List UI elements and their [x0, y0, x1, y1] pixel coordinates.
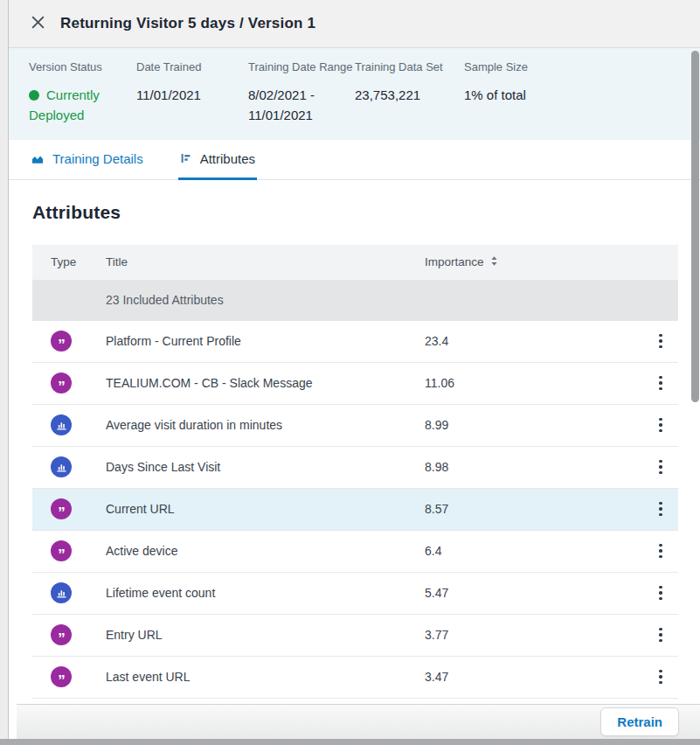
kebab-dot-icon: [659, 597, 662, 601]
summary-field-value: Currently Deployed: [29, 85, 127, 126]
summary-field-label: Training Date Range: [248, 60, 355, 73]
kebab-dot-icon: [659, 681, 662, 685]
row-menu-button[interactable]: [655, 665, 667, 689]
attribute-importance: 6.4: [425, 544, 643, 558]
kebab-dot-icon: [659, 423, 662, 427]
row-menu-button[interactable]: [655, 456, 667, 479]
table-row[interactable]: ” Active device 6.4: [32, 531, 678, 573]
attributes-table: Type Title Importance 23 Included Attrib…: [32, 245, 678, 699]
summary-field-label: Version Status: [29, 60, 136, 73]
tab-label: Attributes: [200, 151, 255, 166]
table-row[interactable]: ” TEALIUM.COM - CB - Slack Message 11.06: [32, 363, 678, 405]
kebab-dot-icon: [659, 460, 662, 463]
table-row[interactable]: ” Average visit duration in minutes 8.99: [32, 405, 678, 447]
kebab-dot-icon: [659, 376, 662, 379]
close-icon: [31, 15, 45, 32]
attribute-importance: 8.99: [425, 418, 643, 432]
summary-field-label: Training Data Set: [355, 60, 464, 73]
table-row[interactable]: ” Current URL 8.57: [32, 489, 678, 531]
horizontal-bars-icon: [180, 152, 192, 164]
attribute-title: Entry URL: [106, 628, 425, 642]
kebab-dot-icon: [659, 471, 662, 475]
attribute-importance: 3.47: [425, 670, 643, 684]
row-menu-button[interactable]: [655, 330, 667, 353]
summary-field: Version Status Currently Deployed: [29, 60, 136, 126]
included-attributes-group-header: 23 Included Attributes: [32, 280, 678, 321]
kebab-dot-icon: [659, 549, 662, 553]
summary-field-label: Sample Size: [464, 60, 528, 73]
tab-label: Training Details: [52, 151, 143, 166]
version-summary-bar: Version Status Currently Deployed Date T…: [9, 48, 700, 140]
kebab-dot-icon: [659, 513, 662, 517]
attribute-title: Active device: [106, 544, 425, 558]
panel-footer: Retrain: [17, 704, 700, 739]
kebab-dot-icon: [659, 555, 662, 559]
attribute-importance: 3.77: [425, 628, 643, 642]
kebab-dot-icon: [659, 465, 662, 469]
kebab-dot-icon: [659, 639, 662, 643]
vertical-scrollbar-thumb[interactable]: [691, 51, 699, 402]
kebab-dot-icon: [659, 334, 662, 338]
row-menu-button[interactable]: [655, 623, 667, 647]
attribute-title: Days Since Last Visit: [106, 460, 425, 474]
table-row[interactable]: ” Days Since Last Visit 8.98: [32, 447, 678, 489]
summary-field: Date Trained 11/01/2021: [136, 60, 248, 105]
attribute-title: Last event URL: [106, 670, 425, 684]
summary-field-value-text: 8/02/2021 - 11/01/2021: [248, 87, 315, 122]
column-header-type: Type: [51, 255, 106, 268]
table-row[interactable]: ” Entry URL 3.77: [32, 615, 678, 657]
panel-title: Returning Visitor 5 days / Version 1: [60, 15, 315, 32]
attributes-tab-panel: Attributes Type Title Importance 23 Incl…: [9, 180, 700, 745]
panel-header: Returning Visitor 5 days / Version 1: [9, 0, 700, 48]
kebab-dot-icon: [659, 628, 662, 631]
row-menu-button[interactable]: [655, 414, 667, 437]
attribute-title: Lifetime event count: [106, 586, 425, 600]
string-attribute-icon: ”: [51, 372, 72, 393]
tab-training-details[interactable]: Training Details: [29, 140, 145, 180]
summary-field-value: 11/01/2021: [136, 85, 234, 105]
table-row[interactable]: ” Last event URL 3.47: [32, 657, 678, 699]
attribute-title: Average visit duration in minutes: [106, 418, 425, 432]
column-header-title: Title: [106, 255, 425, 268]
tab-bar: Training Details Attributes: [9, 140, 700, 180]
importance-sort-header[interactable]: Importance: [425, 255, 498, 269]
tab-attributes[interactable]: Attributes: [178, 140, 257, 180]
kebab-dot-icon: [659, 387, 662, 391]
string-attribute-icon: ”: [51, 666, 72, 687]
kebab-dot-icon: [659, 381, 662, 385]
kebab-dot-icon: [659, 502, 662, 505]
attribute-importance: 8.57: [425, 502, 643, 516]
summary-field-value-text: 23,753,221: [355, 87, 420, 102]
kebab-dot-icon: [659, 339, 662, 343]
retrain-button[interactable]: Retrain: [600, 707, 679, 736]
attribute-importance: 11.06: [425, 376, 643, 390]
row-menu-button[interactable]: [655, 372, 667, 395]
kebab-dot-icon: [659, 544, 662, 547]
kebab-dot-icon: [659, 418, 662, 421]
summary-field-value: 23,753,221: [355, 85, 453, 105]
attribute-importance: 8.98: [425, 460, 643, 474]
string-attribute-icon: ”: [51, 331, 72, 352]
summary-field: Sample Size 1% of total: [464, 60, 528, 105]
summary-field-label: Date Trained: [136, 60, 248, 73]
kebab-dot-icon: [659, 633, 662, 637]
metric-attribute-icon: [51, 582, 72, 603]
attribute-title: Current URL: [106, 502, 425, 516]
table-header-row: Type Title Importance: [32, 245, 678, 280]
summary-field: Training Data Set 23,753,221: [355, 60, 464, 105]
table-row[interactable]: ” Lifetime event count 5.47: [32, 573, 678, 615]
section-title: Attributes: [32, 202, 700, 223]
row-menu-button[interactable]: [655, 581, 667, 605]
summary-field-value-text: Currently Deployed: [29, 87, 100, 122]
row-menu-button[interactable]: [655, 498, 667, 521]
kebab-dot-icon: [659, 507, 662, 511]
row-menu-button[interactable]: [655, 540, 667, 563]
metric-attribute-icon: [51, 414, 72, 435]
summary-field-value: 1% of total: [464, 85, 528, 105]
kebab-dot-icon: [659, 675, 662, 679]
table-row[interactable]: ” Platform - Current Profile 23.4: [32, 321, 678, 363]
area-chart-icon: [31, 152, 45, 165]
string-attribute-icon: ”: [51, 624, 72, 645]
kebab-dot-icon: [659, 670, 662, 673]
close-button[interactable]: [28, 14, 47, 33]
